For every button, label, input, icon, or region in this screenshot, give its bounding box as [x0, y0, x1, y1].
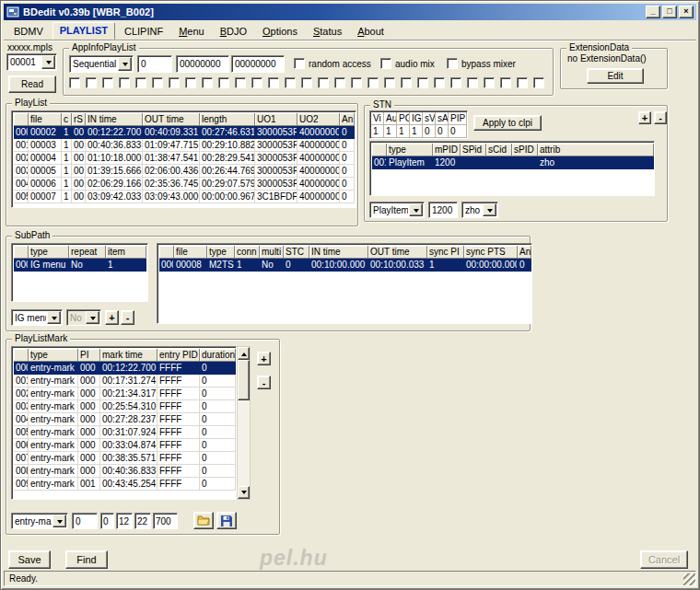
column-header[interactable]: PIP — [449, 112, 467, 125]
stn-counts-grid[interactable]: ViAuPGIGsVsAPIP1111000 — [369, 110, 468, 139]
checkbox-icon[interactable] — [380, 58, 391, 69]
tab-bdjo[interactable]: BDJO — [214, 24, 253, 40]
column-header[interactable]: IG — [410, 112, 423, 125]
uo-mask-checkbox[interactable] — [401, 77, 412, 88]
chevron-down-icon[interactable] — [47, 311, 61, 324]
minimize-button[interactable]: _ — [646, 6, 660, 18]
scrollbar-thumb[interactable] — [238, 360, 250, 400]
table-row[interactable]: 0050000710003:09:42.03303:09:43.00000:00… — [14, 191, 356, 203]
chevron-down-icon[interactable] — [52, 515, 66, 527]
uo-mask-checkbox[interactable] — [285, 77, 296, 88]
subpath-remove-button[interactable]: - — [121, 310, 134, 325]
tab-playlist[interactable]: PLAYLIST — [52, 22, 115, 40]
uo-mask-checkbox[interactable] — [202, 77, 213, 88]
column-header[interactable]: mark time — [100, 349, 158, 362]
uo-mask-checkbox[interactable] — [218, 77, 229, 88]
mark-second-field[interactable] — [134, 513, 151, 529]
mark-remove-button[interactable]: - — [257, 376, 271, 389]
table-row[interactable]: 008entry-mark00000:40:36.833FFFF0 — [14, 465, 236, 478]
column-header[interactable]: sPID — [512, 144, 538, 156]
cancel-button[interactable]: Cancel — [640, 550, 688, 569]
uo-mask-checkbox[interactable] — [533, 77, 544, 88]
table-row[interactable]: 0020000410001:10:18.00001:38:47.54100:28… — [14, 152, 356, 165]
column-header[interactable]: Au — [384, 112, 397, 125]
column-header[interactable]: rS — [72, 113, 86, 126]
tab-options[interactable]: Options — [256, 24, 304, 40]
column-header[interactable]: item — [106, 246, 146, 259]
uo-mask-checkbox[interactable] — [235, 77, 246, 88]
column-header[interactable]: OUT time — [143, 113, 200, 126]
playback-count-field[interactable] — [137, 55, 172, 73]
uo-mask-checkbox[interactable] — [251, 77, 262, 88]
table-row[interactable]: 0000000210000:12:22.70000:40:09.33100:27… — [14, 126, 356, 139]
column-header[interactable]: duration — [200, 349, 236, 362]
column-header[interactable]: file — [174, 246, 207, 259]
playlistmark-table[interactable]: typePImark timeentry PIDduration000entry… — [11, 346, 237, 500]
save-button[interactable]: Save — [8, 550, 51, 569]
uo-mask-checkbox[interactable] — [119, 77, 130, 88]
table-row[interactable]: 003entry-mark00000:25:54.310FFFF0 — [14, 400, 236, 413]
save-mark-button[interactable] — [216, 512, 237, 529]
table-row[interactable]: 009entry-mark00100:43:45.254FFFF0 — [14, 478, 236, 491]
resize-grip[interactable] — [683, 573, 695, 585]
uo-mask-checkbox[interactable] — [318, 77, 329, 88]
tab-menu[interactable]: Menu — [172, 24, 211, 40]
column-header[interactable]: sync PTS — [464, 246, 518, 259]
table-row[interactable]: 004entry-mark00000:27:28.237FFFF0 — [14, 413, 236, 426]
column-header[interactable]: OUT time — [368, 246, 427, 259]
column-header[interactable]: attrib — [538, 144, 654, 156]
column-header[interactable]: sCid — [486, 144, 512, 156]
table-row[interactable]: 0010000310000:40:36.83301:09:47.71500:29… — [14, 139, 356, 152]
uo-mask-checkbox[interactable] — [69, 77, 80, 88]
open-folder-button[interactable] — [193, 512, 214, 529]
uo-mask2-field[interactable] — [231, 55, 285, 73]
column-header[interactable]: sync PI — [427, 246, 464, 259]
uo-mask-checkbox[interactable] — [500, 77, 511, 88]
mark-pi-field[interactable] — [72, 513, 98, 529]
column-header[interactable]: sA — [436, 112, 449, 125]
uo-mask-checkbox[interactable] — [384, 77, 395, 88]
table-row[interactable]: 002entry-mark00000:21:34.317FFFF0 — [14, 388, 236, 400]
column-header[interactable] — [159, 246, 174, 259]
column-header[interactable]: multi — [260, 246, 284, 259]
stn-lang-select[interactable]: zho — [461, 202, 498, 218]
column-header[interactable] — [14, 246, 29, 259]
column-header[interactable]: Vi — [371, 112, 384, 125]
column-header[interactable]: entry PID — [158, 349, 200, 362]
checkbox-icon[interactable] — [447, 58, 458, 69]
chevron-down-icon[interactable] — [118, 57, 132, 71]
uo-mask-checkbox[interactable] — [135, 77, 146, 88]
extensiondata-edit-button[interactable]: Edit — [587, 68, 644, 84]
column-header[interactable]: c — [62, 113, 72, 126]
find-button[interactable]: Find — [65, 550, 108, 569]
playlistmark-scrollbar[interactable] — [237, 346, 251, 500]
read-button[interactable]: Read — [8, 75, 56, 93]
uo-mask-checkbox[interactable] — [368, 77, 379, 88]
table-row[interactable]: 00000008M2TS1No000:10:00.00000:10:00.033… — [159, 259, 531, 272]
column-header[interactable]: repeat — [69, 246, 106, 259]
uo-mask-checkbox[interactable] — [169, 77, 180, 88]
column-header[interactable]: type — [29, 349, 78, 362]
table-row[interactable]: 0030000510001:39:15.66602:06:00.43600:26… — [14, 165, 356, 178]
tab-bdmv[interactable]: BDMV — [7, 24, 50, 40]
uo-mask-checkbox[interactable] — [517, 77, 528, 88]
table-row[interactable]: 000IG menuNo1 — [14, 259, 147, 272]
chevron-down-icon[interactable] — [409, 203, 423, 216]
mark-minute-field[interactable] — [116, 513, 133, 529]
column-header[interactable]: type — [29, 246, 69, 259]
random-access-checkbox[interactable]: random access — [294, 58, 371, 69]
column-header[interactable]: sV — [423, 112, 436, 125]
mpls-select[interactable]: 00001 — [6, 53, 57, 71]
uo-mask-checkbox[interactable] — [434, 77, 445, 88]
column-header[interactable]: file — [29, 113, 62, 126]
tab-clipinf[interactable]: CLIPINF — [118, 24, 169, 40]
uo-mask-checkbox[interactable] — [185, 77, 196, 88]
column-header[interactable]: An — [518, 246, 531, 259]
column-header[interactable]: STC — [284, 246, 309, 259]
uo-mask-checkbox[interactable] — [268, 77, 279, 88]
uo-mask-checkbox[interactable] — [334, 77, 345, 88]
subpath-add-button[interactable]: + — [105, 310, 119, 325]
chevron-down-icon[interactable] — [86, 311, 99, 324]
column-header[interactable]: type — [207, 246, 235, 259]
subpath-repeat-select[interactable]: No — [66, 309, 101, 326]
